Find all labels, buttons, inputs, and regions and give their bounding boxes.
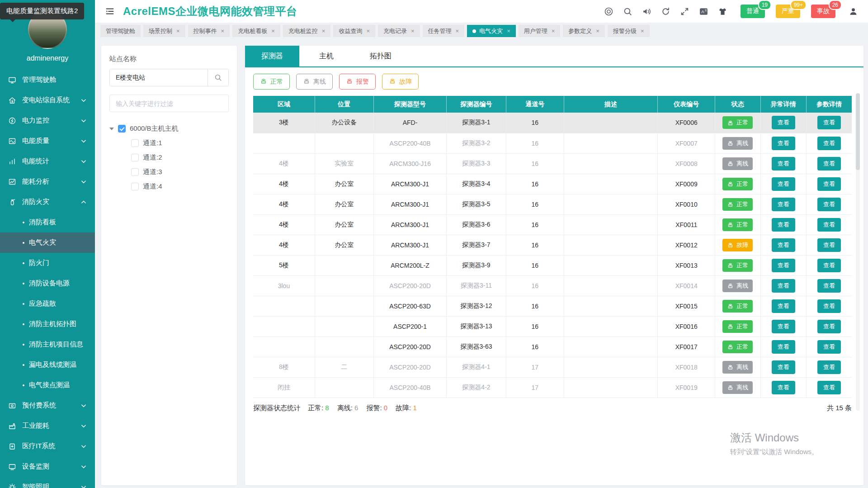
table-row[interactable]: 4楼办公室ARCM300-J1探测器3-516XF0010正常查看查看: [253, 194, 852, 214]
anomaly-detail-button[interactable]: 查看: [772, 340, 795, 354]
scrollbar-thumb[interactable]: [856, 93, 860, 170]
sidebar-item[interactable]: 管理驾驶舱: [0, 70, 95, 90]
sidebar-item[interactable]: 消防火灾: [0, 192, 95, 212]
anomaly-detail-button[interactable]: 查看: [772, 157, 795, 171]
table-row[interactable]: ASCP200-1探测器3-1316XF0016正常查看查看: [253, 316, 852, 336]
param-detail-button[interactable]: 查看: [817, 279, 841, 293]
tab-任务管理[interactable]: 任务管理×: [423, 25, 465, 37]
close-icon[interactable]: ×: [176, 28, 180, 34]
tab-场景控制[interactable]: 场景控制×: [143, 25, 185, 37]
menu-collapse-icon[interactable]: [105, 6, 115, 16]
sidebar-item[interactable]: 变电站综自系统: [0, 90, 95, 110]
close-icon[interactable]: ×: [641, 28, 644, 34]
table-row[interactable]: 4楼办公室ARCM300-J1探测器3-416XF0009正常查看查看: [253, 174, 852, 194]
sidebar-subitem[interactable]: 漏电及线缆测温: [0, 355, 95, 375]
sidebar-item[interactable]: 电能统计: [0, 151, 95, 171]
main-tab-拓扑图[interactable]: 拓扑图: [354, 46, 408, 66]
tab-充电桩看板[interactable]: 充电桩看板×: [232, 25, 280, 37]
table-row[interactable]: ASCP200-63D探测器3-1216XF0015正常查看查看: [253, 296, 852, 316]
sidebar-subitem[interactable]: 电气接点测温: [0, 375, 95, 395]
anomaly-detail-button[interactable]: 查看: [772, 299, 795, 313]
checkbox-unchecked[interactable]: [131, 139, 139, 147]
param-detail-button[interactable]: 查看: [817, 137, 841, 150]
sidebar-item[interactable]: 设备监测: [0, 456, 95, 477]
sidebar-subitem[interactable]: 消防主机项目信息: [0, 334, 95, 355]
close-icon[interactable]: ×: [271, 28, 275, 34]
sidebar-item[interactable]: 电能质量: [0, 131, 95, 151]
param-detail-button[interactable]: 查看: [817, 381, 841, 394]
checkbox-unchecked[interactable]: [131, 154, 139, 161]
close-icon[interactable]: ×: [552, 28, 555, 34]
param-detail-button[interactable]: 查看: [817, 198, 841, 211]
alarm-button-普通[interactable]: 普通19: [741, 5, 765, 18]
help-icon[interactable]: [604, 7, 613, 16]
caret-down-icon[interactable]: [109, 128, 114, 133]
table-row[interactable]: 4楼实验室ARCM300-J16探测器3-316XF0008离线查看查看: [253, 153, 852, 174]
table-row[interactable]: 8楼二ASCP200-20D探测器4-117XF0018离线查看查看: [253, 357, 852, 377]
table-row[interactable]: 3louASCP200-20D探测器3-1116XF0014离线查看查看: [253, 275, 852, 296]
main-tab-主机[interactable]: 主机: [299, 46, 354, 66]
translate-icon[interactable]: A文: [699, 7, 708, 16]
refresh-icon[interactable]: [661, 7, 670, 16]
param-detail-button[interactable]: 查看: [817, 340, 841, 354]
param-detail-button[interactable]: 查看: [817, 360, 841, 374]
sidebar-subitem[interactable]: 应急疏散: [0, 294, 95, 314]
main-tab-探测器[interactable]: 探测器: [245, 46, 299, 66]
tab-充电记录[interactable]: 充电记录×: [378, 25, 420, 37]
sidebar-item[interactable]: 工业能耗: [0, 416, 95, 436]
tree-node-child[interactable]: 通道:2: [109, 150, 229, 165]
table-row[interactable]: 4楼办公室ARCM300-J1探测器3-716XF0012故障查看查看: [253, 235, 852, 255]
checkbox-checked[interactable]: [118, 125, 126, 133]
param-detail-button[interactable]: 查看: [817, 177, 841, 191]
tab-电气火灾[interactable]: 电气火灾×: [467, 25, 516, 37]
filter-button-正常[interactable]: 正常: [253, 74, 290, 90]
close-icon[interactable]: ×: [596, 28, 599, 34]
tab-用户管理[interactable]: 用户管理×: [519, 25, 561, 37]
volume-icon[interactable]: [642, 7, 651, 16]
tab-控制事件[interactable]: 控制事件×: [188, 25, 230, 37]
site-search-input[interactable]: [110, 69, 208, 86]
filter-button-离线[interactable]: 离线: [296, 74, 333, 90]
param-detail-button[interactable]: 查看: [817, 299, 841, 313]
param-detail-button[interactable]: 查看: [817, 320, 841, 333]
table-row[interactable]: 闭挂ASCP200-40B探测器4-217XF0019离线查看查看: [253, 377, 852, 398]
anomaly-detail-button[interactable]: 查看: [772, 218, 795, 232]
anomaly-detail-button[interactable]: 查看: [772, 177, 795, 191]
sidebar-item[interactable]: 智能照明: [0, 477, 95, 488]
sidebar-item[interactable]: 能耗分析: [0, 171, 95, 192]
table-scrollbar[interactable]: [856, 93, 860, 411]
anomaly-detail-button[interactable]: 查看: [772, 238, 795, 252]
anomaly-detail-button[interactable]: 查看: [772, 137, 795, 150]
tab-管理驾驶舱[interactable]: 管理驾驶舱: [100, 25, 141, 37]
close-icon[interactable]: ×: [507, 28, 510, 34]
checkbox-unchecked[interactable]: [131, 183, 139, 190]
theme-icon[interactable]: [718, 7, 727, 16]
table-row[interactable]: 4楼办公室ARCM300-J1探测器3-616XF0011正常查看查看: [253, 214, 852, 235]
param-detail-button[interactable]: 查看: [817, 259, 841, 272]
sidebar-subitem[interactable]: 消防看板: [0, 212, 95, 232]
anomaly-detail-button[interactable]: 查看: [772, 116, 795, 129]
table-row[interactable]: ASCP200-20D探测器3-6316XF0017正常查看查看: [253, 336, 852, 357]
fullscreen-icon[interactable]: [680, 7, 689, 16]
table-row[interactable]: ASCP200-40B探测器3-216XF0007离线查看查看: [253, 133, 852, 153]
anomaly-detail-button[interactable]: 查看: [772, 320, 795, 333]
filter-button-故障[interactable]: 故障: [382, 74, 419, 90]
close-icon[interactable]: ×: [322, 28, 326, 34]
tree-node-child[interactable]: 通道:1: [109, 136, 229, 150]
param-detail-button[interactable]: 查看: [817, 218, 841, 232]
user-icon[interactable]: [849, 7, 858, 16]
checkbox-unchecked[interactable]: [131, 168, 139, 176]
tree-node-child[interactable]: 通道:3: [109, 165, 229, 179]
tab-充电桩监控[interactable]: 充电桩监控×: [283, 25, 331, 37]
anomaly-detail-button[interactable]: 查看: [772, 198, 795, 211]
sidebar-item[interactable]: 医疗IT系统: [0, 436, 95, 456]
anomaly-detail-button[interactable]: 查看: [772, 360, 795, 374]
tab-参数定义[interactable]: 参数定义×: [563, 25, 605, 37]
close-icon[interactable]: ×: [411, 28, 415, 34]
tab-收益查询[interactable]: 收益查询×: [333, 25, 375, 37]
table-row[interactable]: 3楼办公设备AFD-探测器3-116XF0006正常查看查看: [253, 113, 852, 133]
tab-报警分级[interactable]: 报警分级×: [608, 25, 650, 37]
close-icon[interactable]: ×: [221, 28, 225, 34]
sidebar-item[interactable]: 电力监控: [0, 110, 95, 131]
param-detail-button[interactable]: 查看: [817, 116, 841, 129]
